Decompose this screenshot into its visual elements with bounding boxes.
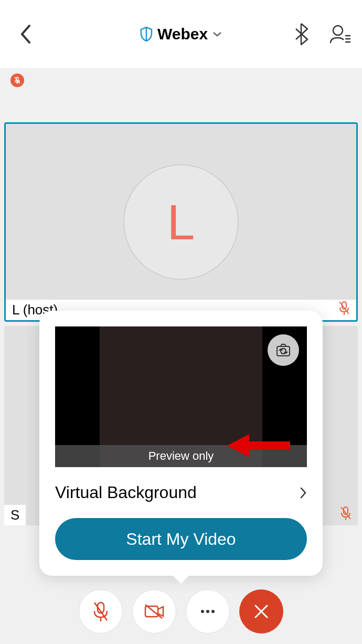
call-toolbar xyxy=(0,589,362,634)
header-title[interactable]: Webex xyxy=(140,25,222,43)
chevron-right-icon xyxy=(300,487,307,499)
preview-only-label: Preview only xyxy=(55,445,307,467)
video-button[interactable] xyxy=(132,589,176,634)
camera-switch-icon xyxy=(275,343,291,357)
video-preview: Preview only xyxy=(55,326,307,467)
virtual-background-row[interactable]: Virtual Background xyxy=(55,467,307,518)
header-actions xyxy=(290,23,352,46)
bluetooth-icon xyxy=(294,23,308,46)
svg-rect-10 xyxy=(277,346,290,356)
more-icon xyxy=(200,609,216,614)
tile-mute-indicator xyxy=(337,300,351,318)
participants-button[interactable] xyxy=(328,23,352,46)
end-call-button[interactable] xyxy=(239,589,283,634)
avatar-letter: L xyxy=(167,194,195,251)
camera-switch-button[interactable] xyxy=(268,334,299,366)
svg-point-17 xyxy=(211,610,215,613)
person-list-icon xyxy=(329,24,350,44)
start-video-button[interactable]: Start My Video xyxy=(55,518,307,560)
back-button[interactable] xyxy=(10,18,42,50)
chevron-down-icon xyxy=(212,31,222,37)
more-options-button[interactable] xyxy=(186,589,230,634)
mic-muted-icon xyxy=(339,505,353,521)
header: Webex xyxy=(0,0,362,68)
svg-rect-13 xyxy=(145,606,158,617)
video-off-icon xyxy=(143,603,165,620)
mic-muted-icon xyxy=(14,76,21,85)
svg-point-15 xyxy=(201,610,204,613)
self-mute-badge xyxy=(10,73,24,87)
virtual-background-label: Virtual Background xyxy=(55,483,197,502)
bluetooth-button[interactable] xyxy=(290,23,313,46)
mute-button[interactable] xyxy=(79,589,123,634)
shield-icon xyxy=(140,26,153,42)
mic-muted-icon xyxy=(91,600,110,622)
close-icon xyxy=(252,603,270,620)
avatar: L xyxy=(123,164,239,280)
tile-mute-indicator xyxy=(339,505,353,523)
chevron-left-icon xyxy=(19,22,34,47)
svg-point-16 xyxy=(206,610,209,613)
video-preview-popup: Preview only Virtual Background Start My… xyxy=(39,311,323,576)
svg-point-0 xyxy=(333,26,343,35)
title-text: Webex xyxy=(157,25,208,43)
mic-muted-icon xyxy=(337,300,351,316)
tile-label: S xyxy=(4,505,26,525)
video-tile-primary[interactable]: L L (host) xyxy=(4,122,358,322)
